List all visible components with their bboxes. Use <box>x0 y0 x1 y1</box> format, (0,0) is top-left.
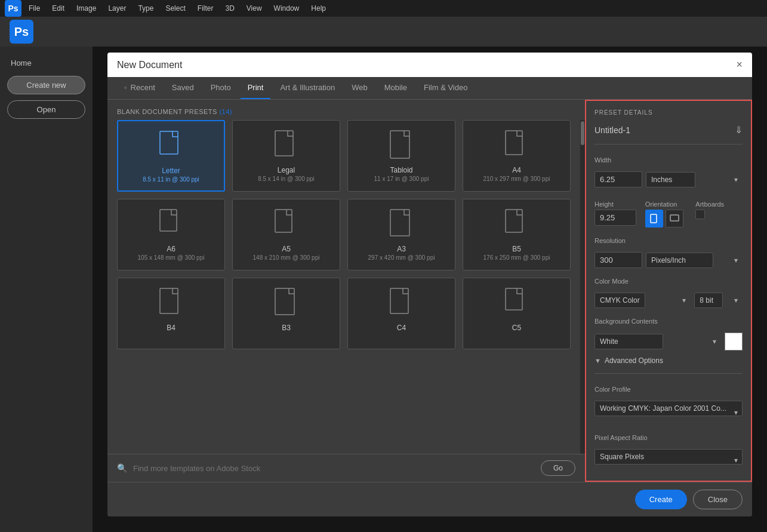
resolution-unit-select[interactable]: Pixels/Inch Pixels/Centimeter <box>646 253 713 268</box>
height-orientation-row: Height Orientation <box>594 197 743 227</box>
dialog-header: New Document × <box>107 53 752 77</box>
pixel-aspect-wrapper: Square Pixels <box>594 449 743 473</box>
tab-web[interactable]: Web <box>344 77 375 99</box>
menubar: Ps File Edit Image Layer Type Select Fil… <box>0 0 767 17</box>
scrollbar-track[interactable] <box>580 120 585 454</box>
svg-rect-5 <box>275 210 292 232</box>
menu-view[interactable]: View <box>242 3 267 14</box>
doc-icon-a3 <box>390 209 414 239</box>
tab-saved[interactable]: Saved <box>165 77 201 99</box>
preset-card-letter[interactable]: Letter 8.5 x 11 in @ 300 ppi <box>117 120 225 192</box>
titlebar: Ps <box>0 17 767 47</box>
menu-filter[interactable]: Filter <box>193 3 218 14</box>
go-button[interactable]: Go <box>541 460 575 476</box>
preset-card-tabloid[interactable]: Tabloid 11 x 17 in @ 300 ppi <box>347 120 455 192</box>
tab-recent[interactable]: ◦ Recent <box>117 77 162 99</box>
bg-contents-wrapper: White Background Color Transparent Custo… <box>594 334 721 349</box>
presets-scroll[interactable]: Letter 8.5 x 11 in @ 300 ppi <box>107 120 580 454</box>
pixel-aspect-select[interactable]: Square Pixels <box>594 449 743 465</box>
width-input[interactable] <box>594 171 642 187</box>
tab-mobile[interactable]: Mobile <box>377 77 414 99</box>
tab-art-illustration[interactable]: Art & Illustration <box>273 77 342 99</box>
search-bar: 🔍 Go <box>107 454 585 482</box>
height-input[interactable] <box>594 210 636 226</box>
preset-sub-tabloid: 11 x 17 in @ 300 ppi <box>374 176 429 182</box>
orientation-group <box>645 210 692 227</box>
create-button[interactable]: Create <box>635 490 687 509</box>
doc-icon-letter <box>159 131 183 161</box>
height-label: Height <box>594 201 642 208</box>
svg-rect-6 <box>390 210 409 236</box>
dialog-overlay: New Document × ◦ Recent Saved Photo Prin… <box>93 47 767 532</box>
preset-name-legal: Legal <box>278 166 295 174</box>
sidebar-home: Home <box>7 56 85 70</box>
preset-name-input[interactable] <box>594 125 735 135</box>
preset-card-b3[interactable]: B3 <box>232 278 340 349</box>
tab-film-video[interactable]: Film & Video <box>417 77 475 99</box>
artboards-checkbox[interactable] <box>695 210 705 219</box>
color-mode-select[interactable]: CMYK Color RGB Color Grayscale Bitmap La… <box>594 293 645 308</box>
preset-sub-legal: 8.5 x 14 in @ 300 ppi <box>258 176 315 182</box>
close-button[interactable]: Close <box>693 490 743 509</box>
open-button[interactable]: Open <box>7 100 85 119</box>
color-mode-row: CMYK Color RGB Color Grayscale Bitmap La… <box>594 293 743 308</box>
menu-file[interactable]: File <box>24 3 45 14</box>
doc-icon-c5 <box>505 288 529 318</box>
menu-window[interactable]: Window <box>269 3 304 14</box>
doc-icon-b4 <box>159 288 183 318</box>
preset-card-legal[interactable]: Legal 8.5 x 14 in @ 300 ppi <box>232 120 340 192</box>
preset-card-a4[interactable]: A4 210 x 297 mm @ 300 ppi <box>463 120 571 192</box>
menu-help[interactable]: Help <box>306 3 331 14</box>
width-unit-select[interactable]: Inches Pixels Millimeters Centimeters <box>646 172 695 187</box>
preset-card-c5[interactable]: C5 <box>463 278 571 349</box>
menu-type[interactable]: Type <box>133 3 158 14</box>
divider-1 <box>594 144 743 144</box>
doc-icon-a4 <box>505 130 529 160</box>
save-preset-icon[interactable]: ⇓ <box>735 124 743 136</box>
preset-name-a6: A6 <box>167 245 175 253</box>
dialog-close-button[interactable]: × <box>736 59 743 71</box>
width-unit-wrapper: Inches Pixels Millimeters Centimeters <box>646 172 743 187</box>
menu-3d[interactable]: 3D <box>220 3 239 14</box>
preset-sub-a6: 105 x 148 mm @ 300 ppi <box>138 254 205 261</box>
new-document-dialog: New Document × ◦ Recent Saved Photo Prin… <box>107 53 752 516</box>
color-profile-select[interactable]: Working CMYK: Japan Color 2001 Co... <box>594 401 743 416</box>
menu-layer[interactable]: Layer <box>103 3 131 14</box>
preset-card-a3[interactable]: A3 297 x 420 mm @ 300 ppi <box>347 199 455 270</box>
color-profile-wrapper: Working CMYK: Japan Color 2001 Co... <box>594 401 743 425</box>
scrollbar-thumb[interactable] <box>581 121 584 145</box>
dialog-body: BLANK DOCUMENT PRESETS (14) <box>107 100 752 482</box>
menu-edit[interactable]: Edit <box>47 3 69 14</box>
doc-icon-tabloid <box>390 130 414 160</box>
tab-print[interactable]: Print <box>241 77 271 99</box>
search-input[interactable] <box>133 464 535 473</box>
preset-name-b4: B4 <box>167 324 175 332</box>
color-bit-select[interactable]: 8 bit 16 bit 32 bit <box>694 293 723 308</box>
landscape-button[interactable] <box>666 210 683 227</box>
preset-card-a5[interactable]: A5 148 x 210 mm @ 300 ppi <box>232 199 340 270</box>
preset-sub-letter: 8.5 x 11 in @ 300 ppi <box>143 176 199 183</box>
bg-color-swatch[interactable] <box>725 333 743 350</box>
dialog-title: New Document <box>117 60 182 70</box>
tab-photo[interactable]: Photo <box>204 77 238 99</box>
bg-contents-select[interactable]: White Background Color Transparent Custo… <box>594 334 663 349</box>
advanced-options-toggle[interactable]: ▼ Advanced Options <box>594 356 743 365</box>
preset-card-c4[interactable]: C4 <box>347 278 455 349</box>
color-mode-label: Color Mode <box>594 278 743 285</box>
portrait-button[interactable] <box>645 210 663 227</box>
svg-rect-1 <box>275 131 293 156</box>
presets-count: (14) <box>219 108 232 115</box>
preset-card-b5[interactable]: B5 176 x 250 mm @ 300 ppi <box>463 199 571 270</box>
pixel-aspect-label: Pixel Aspect Ratio <box>594 434 743 441</box>
create-new-button[interactable]: Create new <box>7 76 85 94</box>
resolution-row: Pixels/Inch Pixels/Centimeter <box>594 252 743 268</box>
svg-rect-9 <box>275 288 294 315</box>
titlebar-logo: Ps <box>10 20 33 44</box>
resolution-input[interactable] <box>594 252 642 268</box>
preset-card-a6[interactable]: A6 105 x 148 mm @ 300 ppi <box>117 199 225 270</box>
menu-select[interactable]: Select <box>161 3 190 14</box>
menu-image[interactable]: Image <box>72 3 101 14</box>
preset-card-b4[interactable]: B4 <box>117 278 225 349</box>
svg-rect-0 <box>160 131 178 154</box>
panel-section-title: PRESET DETAILS <box>594 109 743 116</box>
